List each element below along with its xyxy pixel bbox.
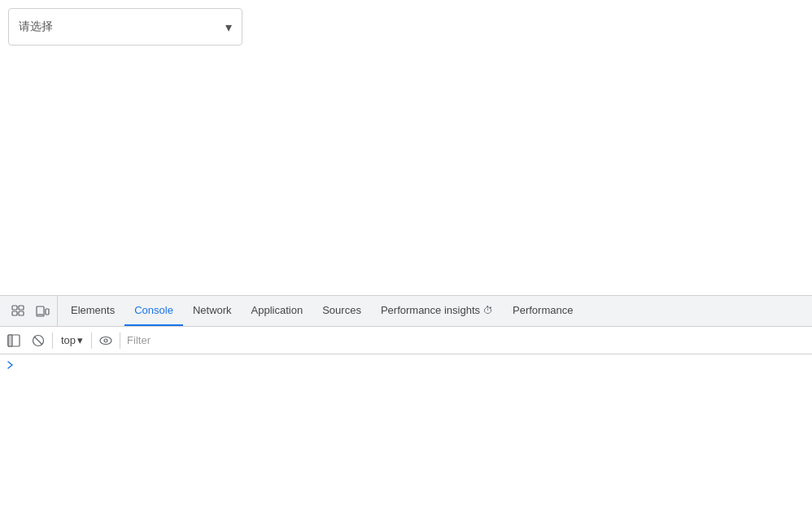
context-selector[interactable]: top ▾: [56, 332, 88, 348]
svg-rect-8: [8, 335, 12, 346]
context-label: top: [61, 334, 76, 346]
console-chevron-icon[interactable]: [3, 358, 18, 372]
select-wrapper: 请选择 ▾: [8, 8, 242, 46]
devtools-tabs-bar: Elements Console Network Application Sou…: [0, 296, 812, 327]
svg-rect-3: [19, 311, 24, 315]
toolbar-divider-3: [120, 332, 120, 349]
select-dropdown[interactable]: 请选择 ▾: [8, 8, 242, 46]
filter-input[interactable]: [124, 331, 809, 350]
device-toolbar-icon[interactable]: [31, 300, 54, 323]
tab-sources[interactable]: Sources: [312, 296, 371, 326]
devtools-panel: Elements Console Network Application Sou…: [0, 295, 812, 517]
sidebar-toggle-icon[interactable]: [3, 330, 24, 351]
toolbar-divider-2: [91, 332, 92, 349]
tab-network[interactable]: Network: [183, 296, 242, 326]
select-placeholder: 请选择: [19, 20, 53, 34]
svg-rect-1: [12, 311, 17, 315]
console-content: [0, 354, 812, 517]
svg-rect-2: [19, 306, 24, 310]
toolbar-divider-1: [52, 332, 53, 349]
tab-application[interactable]: Application: [242, 296, 313, 326]
tab-performance[interactable]: Performance: [503, 296, 583, 326]
context-dropdown-arrow: ▾: [77, 334, 83, 346]
devtools-tabs: Elements Console Network Application Sou…: [61, 296, 809, 326]
chevron-down-icon: ▾: [225, 20, 232, 35]
svg-point-11: [100, 337, 111, 344]
clear-console-icon[interactable]: [28, 330, 49, 351]
svg-point-12: [104, 339, 107, 342]
svg-rect-0: [12, 306, 17, 310]
console-toolbar: top ▾: [0, 327, 812, 354]
inspect-element-icon[interactable]: [7, 300, 29, 323]
svg-rect-5: [46, 309, 49, 315]
performance-insights-icon: ⏱: [483, 305, 493, 316]
devtools-left-icons: [3, 296, 58, 326]
svg-line-10: [34, 337, 42, 345]
tab-elements[interactable]: Elements: [61, 296, 124, 326]
tab-performance-insights[interactable]: Performance insights ⏱: [371, 296, 503, 326]
eye-icon[interactable]: [95, 330, 116, 351]
tab-console[interactable]: Console: [124, 296, 183, 326]
